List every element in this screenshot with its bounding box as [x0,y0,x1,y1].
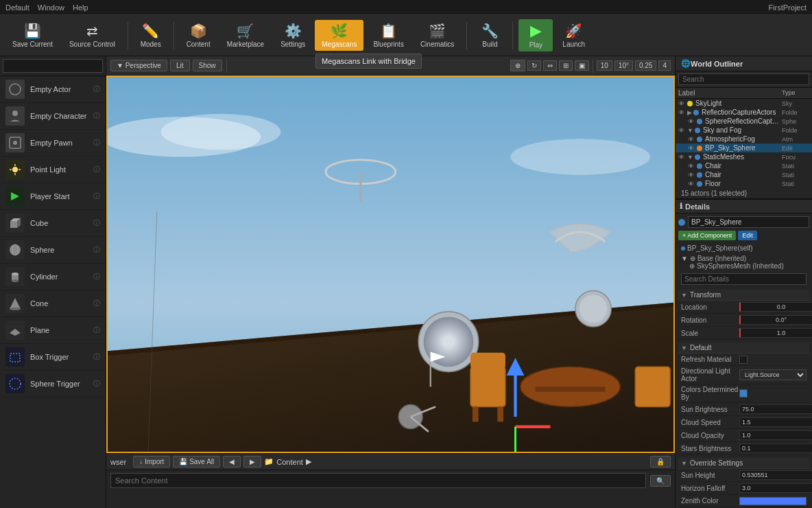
outliner-chair-1[interactable]: 👁 Chair Stati [676,161,812,170]
scale-x[interactable] [739,328,812,338]
translate-tool[interactable]: ⊕ [510,60,525,71]
place-item-plane[interactable]: Plane ⓘ [0,317,106,344]
place-item-box-trigger[interactable]: Box Trigger ⓘ [0,344,106,371]
sun-brightness-input[interactable] [739,404,812,414]
details-search-input[interactable] [681,273,807,285]
outliner-sphere-reflection[interactable]: 👁 SphereReflectionCapture10 Sphe [676,117,812,126]
megascans-button[interactable]: 🌿 Megascans [315,20,363,51]
content-search-button[interactable]: 🔍 [650,475,671,487]
modes-label: Modes [141,41,161,48]
zenith-color-swatch[interactable] [739,497,807,505]
inherited-icon: ⊕ [690,255,695,262]
outliner-sky-fog-folder[interactable]: 👁 ▼ Sky and Fog Folde [676,126,812,135]
modes-button[interactable]: ✏️ Modes [134,20,168,51]
place-item-empty-character[interactable]: Empty Character ⓘ [0,103,106,130]
blueprints-icon: 📋 [380,23,397,39]
override-header[interactable]: ▼ Override Settings [678,458,809,469]
place-item-sphere-trigger[interactable]: Sphere Trigger ⓘ [0,371,106,397]
cube-label: Cube [30,219,88,227]
svg-point-13 [10,244,21,255]
override-arrow: ▼ [681,460,687,467]
perspective-button[interactable]: ▼ Perspective [110,60,167,71]
refresh-material-checkbox[interactable] [739,356,748,364]
blueprints-button[interactable]: 📋 Blueprints [366,20,410,51]
transform-header[interactable]: ▼ Transform [678,290,809,301]
sky-sphere-mesh: ⊕ SkySpheresMesh (Inherited) [681,262,807,270]
nav-forward-button[interactable]: ▶ [243,456,261,467]
launch-button[interactable]: 🚀 Launch [556,20,592,51]
outliner-search-input[interactable] [678,73,809,85]
lit-button[interactable]: Lit [170,60,190,71]
empty-pawn-label: Empty Pawn [30,139,88,147]
place-item-sphere[interactable]: Sphere ⓘ [0,237,106,264]
eye-icon-atm-fog: 👁 [688,136,694,143]
override-label: Override Settings [690,459,743,467]
show-button[interactable]: Show [193,60,222,71]
place-item-empty-actor[interactable]: Empty Actor ⓘ [0,76,106,103]
details-icon: ℹ [680,202,682,211]
outliner-chair-2[interactable]: 👁 Chair Stati [676,170,812,179]
grid-snap-btn[interactable]: 10 [597,60,612,71]
marketplace-button[interactable]: 🛒 Marketplace [220,20,271,51]
horizon-falloff-input[interactable] [739,483,812,493]
build-button[interactable]: 🔧 Build [473,20,507,51]
window-menu[interactable]: Window [38,3,64,12]
world-local-toggle[interactable]: ⊞ [559,60,573,71]
place-item-cone[interactable]: Cone ⓘ [0,290,106,317]
add-component-button[interactable]: + Add Component [678,231,736,240]
place-search-input[interactable] [3,59,103,73]
edit-button[interactable]: Edit [738,231,757,240]
sun-height-input[interactable] [739,470,812,480]
outliner-atmospheric-fog[interactable]: 👁 AtmosphericFog Atm [676,135,812,143]
cb-lock-button[interactable]: 🔒 [650,456,671,467]
transform-arrow: ▼ [681,292,687,299]
stars-brightness-input[interactable] [739,443,812,453]
content-button[interactable]: 📦 Content [180,20,217,51]
outliner-floor[interactable]: 👁 Floor Stati [676,179,812,188]
location-x[interactable] [739,302,812,312]
point-light-icon [5,160,25,179]
svg-line-43 [411,406,435,417]
cinematics-button[interactable]: 🎬 Cinematics [414,20,461,51]
scale-snap-btn[interactable]: 0.25 [635,60,656,71]
outliner-skylight[interactable]: 👁 SkyLight Sky [676,99,812,108]
viewport-canvas[interactable] [106,76,675,453]
place-item-empty-pawn[interactable]: Empty Pawn ⓘ [0,130,106,157]
place-item-point-light[interactable]: Point Light ⓘ [0,157,106,183]
colors-determined-row: Colors Determined By [678,384,809,403]
default-header[interactable]: ▼ Default [678,343,809,354]
place-item-cube[interactable]: Cube ⓘ [0,210,106,237]
empty-actor-info: ⓘ [93,84,100,94]
inherited-arrow: ▼ [681,255,688,262]
nav-back-button[interactable]: ◀ [223,456,241,467]
directional-light-select[interactable]: Light.Source [739,369,807,380]
save-current-button[interactable]: 💾 Save Current [5,20,60,51]
import-button[interactable]: ↓ Import [133,456,170,467]
camera-speed-btn[interactable]: 4 [658,60,671,71]
outliner-static-meshes-folder[interactable]: 👁 ▼ StaticMeshes Focu [676,152,812,161]
place-item-player-start[interactable]: Player Start ⓘ [0,183,106,210]
surface-snap[interactable]: ▣ [575,60,589,71]
megascans-icon: 🌿 [331,23,348,39]
rotation-x[interactable] [739,315,812,325]
outliner-bp-sky-sphere[interactable]: 👁 BP_Sky_Sphere Edit [676,143,812,152]
selected-name-input[interactable] [688,216,809,228]
rotate-tool[interactable]: ↻ [527,60,541,71]
content-search-input[interactable] [110,473,646,488]
cloud-opacity-input[interactable] [739,430,812,440]
play-button[interactable]: ▶ Play [518,19,553,51]
help-menu[interactable]: Help [73,3,88,12]
angle-snap-btn[interactable]: 10° [614,60,633,71]
cloud-speed-input[interactable] [739,417,812,427]
outliner-reflection-folder[interactable]: 👁 ▶ ReflectionCaptureActors Folde [676,108,812,117]
source-control-button[interactable]: ⇄ Source Control [62,20,122,51]
cylinder-label: Cylinder [30,273,88,281]
colors-determined-checkbox[interactable] [739,389,748,397]
self-label: BP_Sky_Sphere(self) [687,244,753,252]
perspective-label: Perspective [126,62,161,69]
settings-button[interactable]: ⚙️ Settings [274,20,312,51]
details-name-bar [678,216,809,228]
scale-tool[interactable]: ⇔ [543,60,557,71]
save-all-button[interactable]: 💾 Save All [173,456,220,467]
place-item-cylinder[interactable]: Cylinder ⓘ [0,264,106,290]
